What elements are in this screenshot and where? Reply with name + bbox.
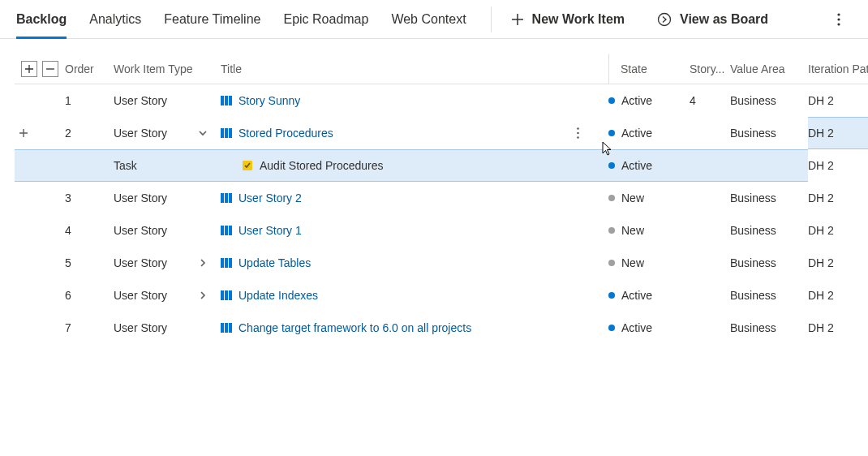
user-story-icon [221,322,232,333]
row-more-cell [569,149,608,182]
row-more-cell [569,84,608,117]
row-tools-cell [15,247,65,279]
value-area-cell: Business [730,117,808,149]
more-vertical-icon [577,127,579,139]
svg-rect-6 [229,96,232,105]
state-cell: Active [608,84,690,117]
expander-cell [195,84,221,117]
col-state[interactable]: State [608,54,690,84]
tab-epic-roadmap[interactable]: Epic Roadmap [283,0,368,38]
work-item-type-cell: User Story [114,312,195,344]
svg-rect-7 [221,128,224,138]
svg-rect-27 [225,323,228,333]
state-indicator-icon [608,260,615,266]
order-cell: 6 [65,279,114,312]
row-tools-cell [15,279,65,312]
user-story-icon [221,257,232,269]
value-area-cell: Business [730,312,808,344]
header-separator [491,6,492,32]
state-label: Active [621,321,652,334]
col-work-item-type[interactable]: Work Item Type [114,54,195,84]
value-area-cell: Business [730,214,808,247]
state-cell: Active [608,149,690,182]
order-cell: 5 [65,247,114,279]
title-cell: Update Tables [221,247,569,279]
col-iteration-path[interactable]: Iteration Path [808,54,868,84]
col-title[interactable]: Title [221,54,569,84]
value-area-cell [730,149,808,182]
expander-cell [195,312,221,344]
expander-cell[interactable] [195,117,221,149]
plus-icon [511,13,524,26]
col-story-points[interactable]: Story... [690,54,730,84]
svg-rect-25 [229,290,232,300]
svg-point-2 [837,18,840,20]
view-tabs: Backlog Analytics Feature Timeline Epic … [16,0,466,38]
task-icon [242,160,253,171]
row-expander[interactable] [195,125,211,141]
iteration-path-cell: DH 2 [808,312,868,344]
tab-feature-timeline[interactable]: Feature Timeline [164,0,260,38]
order-cell: 2 [65,117,114,149]
row-more-cell [569,247,608,279]
new-work-item-label: New Work Item [532,12,625,27]
work-item-title-link[interactable]: Update Indexes [238,289,318,302]
state-cell: New [608,214,690,247]
new-work-item-button[interactable]: New Work Item [511,12,625,27]
value-area-cell: Business [730,182,808,214]
more-vertical-icon [837,13,840,26]
header-more-button[interactable] [826,6,852,32]
svg-point-3 [837,23,840,25]
order-cell: 1 [65,84,114,117]
view-as-board-button[interactable]: View as Board [657,12,768,27]
value-area-cell: Business [730,247,808,279]
svg-rect-4 [221,96,224,105]
row-more-button[interactable] [569,127,586,139]
row-tools-cell [15,149,65,182]
work-item-title-link[interactable]: User Story 2 [238,191,302,204]
svg-rect-16 [229,193,232,203]
story-points-cell [690,247,730,279]
work-item-title-link[interactable]: Story Sunny [238,94,300,107]
user-story-icon [221,127,232,139]
col-order[interactable]: Order [65,54,114,84]
expander-cell [195,214,221,247]
user-story-icon [221,225,232,236]
col-more [569,54,608,84]
svg-rect-22 [229,258,232,268]
story-points-cell [690,149,730,182]
title-cell: User Story 1 [221,214,569,247]
work-item-title-link[interactable]: Stored Procedures [238,127,333,140]
row-expander[interactable] [195,255,211,271]
state-indicator-icon [608,325,615,331]
tab-web-context[interactable]: Web Context [391,0,466,38]
state-label: Active [621,289,652,302]
work-item-title-link[interactable]: Change target framework to 6.0 on all pr… [238,321,471,334]
state-cell: Active [608,117,690,149]
expander-cell[interactable] [195,279,221,312]
work-item-title-link[interactable]: User Story 1 [238,224,302,237]
expander-cell [195,149,221,182]
svg-rect-15 [225,193,228,203]
tab-analytics[interactable]: Analytics [89,0,141,38]
state-indicator-icon [608,292,615,299]
row-expander[interactable] [195,287,211,303]
arrow-circle-right-icon [657,12,672,27]
row-tools-cell [15,117,65,149]
work-item-type-cell: User Story [114,279,195,312]
collapse-all-button[interactable] [42,61,58,77]
minus-icon [46,65,54,73]
expander-cell[interactable] [195,247,221,279]
state-label: Active [621,159,652,172]
expand-all-button[interactable] [21,61,37,77]
work-item-title-link[interactable]: Update Tables [238,256,311,269]
work-item-type-cell: User Story [114,84,195,117]
add-child-button[interactable] [15,124,32,142]
user-story-icon [221,192,232,204]
col-value-area[interactable]: Value Area [730,54,808,84]
work-item-title-link[interactable]: Audit Stored Procedures [260,159,384,172]
svg-rect-24 [225,290,228,300]
order-cell: 4 [65,214,114,247]
state-label: Active [621,94,652,107]
tab-backlog[interactable]: Backlog [16,0,67,38]
